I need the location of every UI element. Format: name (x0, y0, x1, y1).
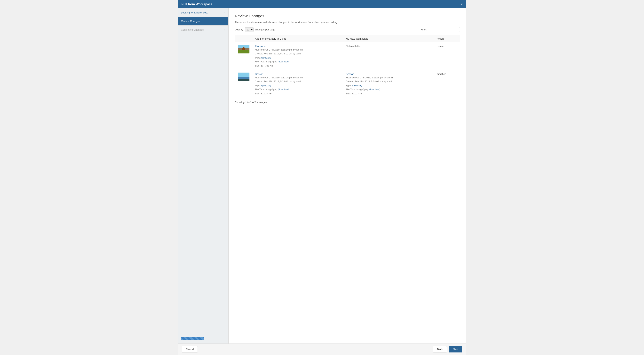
boston-col2-size: Size: 32.027 KB (346, 92, 362, 95)
sidebar: Looking for Differences... › Review Chan… (178, 8, 228, 344)
boston-info-cell: Boston Modified Feb 27th 2019, 6:12:08 p… (252, 70, 343, 98)
changes-table: Add Florence, Italy to Guide My New Work… (235, 35, 460, 98)
cancel-button[interactable]: Cancel (182, 346, 198, 352)
boston-size: Size: 32.027 KB (255, 92, 272, 95)
florence-type-label: Type: (255, 56, 260, 59)
sidebar-footer (178, 334, 228, 344)
sidebar-nav: Looking for Differences... › Review Chan… (178, 8, 228, 334)
display-controls: Display 10 25 50 changes per page (235, 27, 276, 32)
thumbnail-cell (235, 70, 252, 98)
boston-modified: Modified Feb 27th 2019, 6:12:08 pm by ad… (255, 76, 303, 79)
col3-header: Action (434, 35, 460, 42)
boston-col2-file-type: File Type: image/jpeg (346, 88, 368, 91)
next-button[interactable]: Next (449, 346, 462, 352)
boston-action: modified (434, 70, 460, 98)
florence-type-link[interactable]: guide:city (261, 56, 271, 59)
florence-modified: Modified Feb 27th 2019, 5:38:10 pm by ad… (255, 48, 303, 51)
florence-thumbnail (238, 45, 250, 54)
main-content: Review Changes These are the documents w… (228, 8, 466, 344)
florence-meta: Modified Feb 27th 2019, 5:38:10 pm by ad… (255, 48, 340, 68)
section-title: Review Changes (235, 14, 460, 18)
boston-download-link[interactable]: (download) (278, 88, 289, 91)
footer-right: Back Next (433, 346, 462, 352)
sidebar-item-label: Review Changes (181, 20, 200, 23)
table-row: Florence Modified Feb 27th 2019, 5:38:10… (235, 42, 460, 70)
boston-type-link[interactable]: guide:city (261, 84, 271, 87)
progress-bar (181, 337, 204, 340)
boston-type-label: Type: (255, 84, 260, 87)
florence-not-available: Not available (346, 45, 360, 48)
per-page-label: changes per page (255, 28, 276, 31)
florence-col2: Not available (343, 42, 434, 70)
dialog-body: Looking for Differences... › Review Chan… (178, 8, 466, 344)
chevron-right-icon: › (224, 20, 225, 23)
boston-file-type: File Type: image/jpeg (255, 88, 277, 91)
florence-info-cell: Florence Modified Feb 27th 2019, 5:38:10… (252, 42, 343, 70)
sidebar-item-looking-for-differences[interactable]: Looking for Differences... › (178, 8, 228, 17)
florence-file-type: File Type: image/jpeg (255, 60, 277, 63)
florence-name-link[interactable]: Florence (255, 45, 266, 48)
dialog-title: Pull from Workspace (182, 2, 212, 6)
filter-controls: Filter: (421, 27, 460, 32)
boston-col2-name-link[interactable]: Boston (346, 72, 354, 76)
dialog-header: Pull from Workspace × (178, 0, 466, 8)
boston-col2-meta: Modified Feb 27th 2019, 6:11:55 pm by ad… (346, 76, 431, 96)
thumbnail-cell (235, 42, 252, 70)
boston-col2-cell: Boston Modified Feb 27th 2019, 6:11:55 p… (343, 70, 434, 98)
boston-name-link[interactable]: Boston (255, 72, 264, 76)
table-row: Boston Modified Feb 27th 2019, 6:12:08 p… (235, 70, 460, 98)
pull-from-workspace-dialog: Pull from Workspace × Looking for Differ… (178, 0, 466, 355)
florence-download-link[interactable]: (download) (278, 60, 289, 63)
boston-col2-type-label: Type: (346, 84, 352, 87)
florence-created: Created Feb 27th 2019, 5:38:10 pm by adm… (255, 52, 302, 55)
filter-label: Filter: (421, 28, 427, 31)
sidebar-item-label: Conflicting Changes (181, 28, 204, 31)
sidebar-item-label: Looking for Differences... (181, 11, 209, 14)
boston-created: Created Feb 27th 2019, 5:38:04 pm by adm… (255, 80, 302, 83)
boston-col2-download-link[interactable]: (download) (368, 88, 380, 91)
col2-header: My New Workspace (343, 35, 434, 42)
boston-thumbnail (238, 72, 250, 81)
boston-col2-type-link[interactable]: guide:city (352, 84, 362, 87)
dialog-footer: Cancel Back Next (178, 344, 466, 355)
boston-col2-modified: Modified Feb 27th 2019, 6:11:55 pm by ad… (346, 76, 394, 79)
section-description: These are the documents which were chang… (235, 21, 460, 24)
back-button[interactable]: Back (433, 346, 447, 352)
close-button[interactable]: × (461, 2, 462, 6)
col1-header: Add Florence, Italy to Guide (252, 35, 343, 42)
col-thumbnail-header (235, 35, 252, 42)
filter-input[interactable] (429, 27, 460, 32)
florence-size: Size: 107.353 KB (255, 64, 273, 67)
boston-meta: Modified Feb 27th 2019, 6:12:08 pm by ad… (255, 76, 340, 96)
sidebar-item-review-changes[interactable]: Review Changes › (178, 17, 228, 26)
per-page-select[interactable]: 10 25 50 (245, 27, 254, 32)
sidebar-item-conflicting-changes: Conflicting Changes › (178, 26, 228, 34)
chevron-right-icon: › (224, 28, 225, 31)
showing-text: Showing 1 to 2 of 2 changes (235, 101, 460, 104)
boston-col2-created: Created Feb 27th 2019, 5:38:04 pm by adm… (346, 80, 393, 83)
controls-row: Display 10 25 50 changes per page Filter… (235, 27, 460, 32)
display-label: Display (235, 28, 243, 31)
chevron-right-icon: › (224, 11, 225, 14)
florence-action: created (434, 42, 460, 70)
